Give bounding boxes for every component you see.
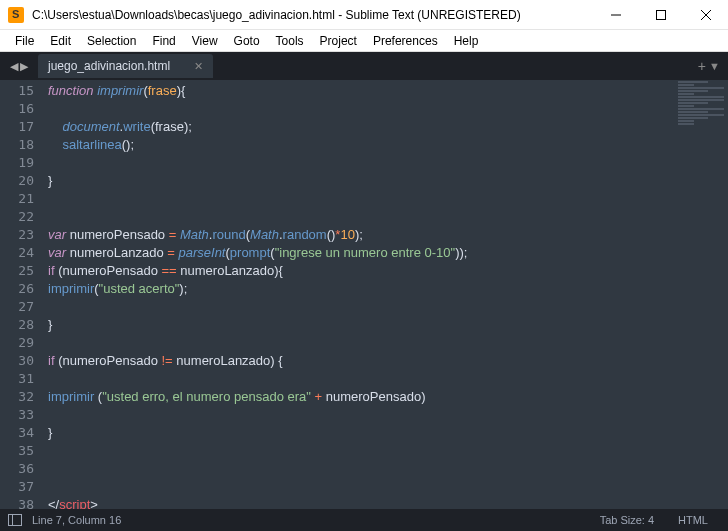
tab-label: juego_adivinacion.html bbox=[48, 59, 170, 73]
close-button[interactable] bbox=[683, 0, 728, 29]
menu-file[interactable]: File bbox=[8, 32, 41, 50]
menu-tools[interactable]: Tools bbox=[269, 32, 311, 50]
line-number: 31 bbox=[0, 370, 34, 388]
window-title: C:\Users\estua\Downloads\becas\juego_adi… bbox=[32, 8, 593, 22]
line-number: 35 bbox=[0, 442, 34, 460]
gutter: 1516171819202122232425262728293031323334… bbox=[0, 80, 44, 509]
titlebar: C:\Users\estua\Downloads\becas\juego_adi… bbox=[0, 0, 728, 30]
line-number: 34 bbox=[0, 424, 34, 442]
nav-arrows: ◀ ▶ bbox=[4, 60, 34, 73]
nav-forward-icon[interactable]: ▶ bbox=[20, 60, 28, 73]
window-controls bbox=[593, 0, 728, 29]
line-number: 26 bbox=[0, 280, 34, 298]
syntax-mode[interactable]: HTML bbox=[666, 514, 720, 526]
code-area[interactable]: function imprimir(frase){ document.write… bbox=[44, 80, 728, 509]
side-panel-icon[interactable] bbox=[8, 514, 22, 526]
cursor-position[interactable]: Line 7, Column 16 bbox=[32, 514, 121, 526]
minimap[interactable] bbox=[674, 80, 728, 509]
menu-edit[interactable]: Edit bbox=[43, 32, 78, 50]
menu-help[interactable]: Help bbox=[447, 32, 486, 50]
line-number: 38 bbox=[0, 496, 34, 509]
line-number: 27 bbox=[0, 298, 34, 316]
nav-back-icon[interactable]: ◀ bbox=[10, 60, 18, 73]
line-number: 30 bbox=[0, 352, 34, 370]
line-number: 17 bbox=[0, 118, 34, 136]
menu-find[interactable]: Find bbox=[145, 32, 182, 50]
tab-size[interactable]: Tab Size: 4 bbox=[588, 514, 666, 526]
line-number: 23 bbox=[0, 226, 34, 244]
menu-goto[interactable]: Goto bbox=[227, 32, 267, 50]
maximize-button[interactable] bbox=[638, 0, 683, 29]
line-number: 36 bbox=[0, 460, 34, 478]
line-number: 24 bbox=[0, 244, 34, 262]
line-number: 33 bbox=[0, 406, 34, 424]
editor[interactable]: 1516171819202122232425262728293031323334… bbox=[0, 80, 728, 509]
statusbar: Line 7, Column 16 Tab Size: 4 HTML bbox=[0, 509, 728, 531]
app-icon bbox=[8, 7, 24, 23]
menu-preferences[interactable]: Preferences bbox=[366, 32, 445, 50]
line-number: 15 bbox=[0, 82, 34, 100]
tab-close-icon[interactable]: ✕ bbox=[194, 60, 203, 73]
line-number: 20 bbox=[0, 172, 34, 190]
tabbar: ◀ ▶ juego_adivinacion.html ✕ + ▼ bbox=[0, 52, 728, 80]
line-number: 19 bbox=[0, 154, 34, 172]
minimize-button[interactable] bbox=[593, 0, 638, 29]
tab-active[interactable]: juego_adivinacion.html ✕ bbox=[38, 54, 213, 78]
line-number: 21 bbox=[0, 190, 34, 208]
line-number: 25 bbox=[0, 262, 34, 280]
line-number: 37 bbox=[0, 478, 34, 496]
svg-rect-1 bbox=[656, 10, 665, 19]
menu-view[interactable]: View bbox=[185, 32, 225, 50]
new-tab-icon[interactable]: + bbox=[698, 58, 706, 74]
menubar: File Edit Selection Find View Goto Tools… bbox=[0, 30, 728, 52]
line-number: 22 bbox=[0, 208, 34, 226]
line-number: 29 bbox=[0, 334, 34, 352]
line-number: 28 bbox=[0, 316, 34, 334]
line-number: 16 bbox=[0, 100, 34, 118]
menu-selection[interactable]: Selection bbox=[80, 32, 143, 50]
line-number: 32 bbox=[0, 388, 34, 406]
tab-dropdown-icon[interactable]: ▼ bbox=[709, 60, 720, 72]
line-number: 18 bbox=[0, 136, 34, 154]
menu-project[interactable]: Project bbox=[313, 32, 364, 50]
